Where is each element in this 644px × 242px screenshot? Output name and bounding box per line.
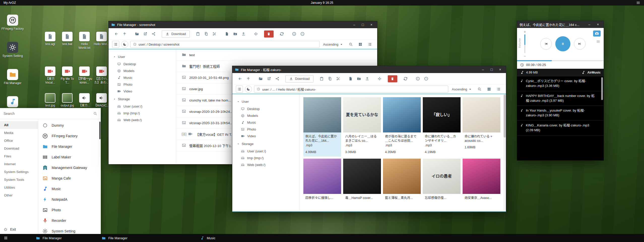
minimize-button[interactable]: – [351, 23, 358, 27]
category-utilities[interactable]: Utilities [0, 184, 38, 191]
close-button[interactable]: × [497, 67, 503, 72]
path-field[interactable]: user: / ... / Hello World / 柘榴-zakuro- [254, 86, 448, 93]
category-system-settings[interactable]: System Settings [0, 168, 38, 176]
trash-button[interactable] [264, 30, 274, 38]
category-all[interactable]: All [0, 121, 38, 129]
trash-button[interactable] [388, 75, 397, 82]
rename-icon[interactable] [252, 30, 260, 38]
info-icon[interactable] [414, 75, 422, 83]
volume-slider[interactable]: + − Volume [520, 29, 530, 58]
dark-mode-button[interactable] [121, 41, 128, 48]
playlist-menu-button[interactable] [596, 40, 600, 45]
desktop-icon-ffmpeg-factory[interactable]: FFmpeg Factory [1, 15, 24, 31]
desktop-file-test-agi[interactable]: test.agi [42, 32, 58, 46]
category-other[interactable]: Other [0, 191, 38, 199]
search-input[interactable] [4, 112, 91, 116]
app-notepada[interactable]: NotepadA [38, 194, 101, 205]
app-system-setting[interactable]: System Setting [38, 226, 101, 234]
grid-view-button[interactable] [357, 41, 364, 48]
sort-dropdown[interactable]: Ascending [321, 42, 345, 46]
playlist-item[interactable]: KING＿Kanaria cover. by 柘榴-zakuro-.mp3 (2… [517, 121, 604, 135]
refresh-icon[interactable] [278, 30, 286, 38]
desktop-file-test-bat[interactable]: test.bat [59, 32, 76, 46]
sidebar-item-video[interactable]: Video [113, 88, 176, 95]
paste-icon[interactable] [317, 75, 326, 83]
help-icon[interactable]: ? [298, 30, 307, 38]
titlebar[interactable]: File Manager - 柘榴-zakuro- – □ × [232, 66, 506, 73]
volume-minus-button[interactable]: − [524, 54, 526, 58]
category-files[interactable]: Files [0, 152, 38, 160]
desktop-file-item[interactable]: 【東方... [76, 93, 93, 108]
sort-dropdown[interactable]: Ascending [450, 87, 474, 91]
sidebar-item-video[interactable]: Video [237, 133, 300, 140]
cast-button[interactable] [593, 30, 601, 37]
playlist-item[interactable]: Cynic＿ポリスピカデリー cover. by 柘榴-zakuro-.mp3 … [517, 76, 604, 91]
taskbar-task-music-3[interactable]: Music [198, 234, 217, 242]
desktop-icon-file-manager[interactable]: File Manager [1, 69, 24, 85]
desktop-file-hello-world-txt[interactable]: Hello World.txt [76, 32, 93, 50]
file-tile[interactable]: 毒＿HamoP cover... [343, 159, 381, 203]
desktop-file-output-jpg[interactable]: output.jpg [59, 93, 76, 108]
folder-open-icon[interactable] [256, 75, 265, 83]
file-tile[interactable]: 君が夜の海に還るまで＿こんにちは谷田....mp34.35MB [383, 97, 421, 157]
search-button[interactable] [476, 86, 483, 93]
back-icon[interactable] [236, 75, 244, 83]
sidebar-item-desktop[interactable]: Desktop [113, 61, 176, 67]
playlist-item[interactable]: HAPPY BIRTHDAY＿back number cover. by 柘榴-… [517, 91, 604, 106]
grid-view-button[interactable] [485, 86, 493, 93]
titlebar[interactable]: 例えば、今此処に置かれた花に＿164 c... – × [517, 21, 604, 28]
sidebar-section-storage[interactable]: Storage [237, 142, 300, 146]
paste-icon[interactable] [194, 30, 202, 38]
brand-label[interactable]: My ArOZ [4, 1, 69, 5]
minimize-button[interactable]: – [480, 67, 486, 72]
maximize-button[interactable]: □ [488, 67, 495, 72]
external-icon[interactable] [141, 30, 149, 38]
external-icon[interactable] [265, 75, 273, 83]
file-tile[interactable]: 例えば、今此処に置かれた花に＿164....mp34.99MB [303, 97, 341, 157]
list-view-button[interactable] [366, 41, 374, 48]
new-file-icon[interactable] [223, 30, 231, 38]
taskbar-task-file-manager-2[interactable]: File Manager [100, 234, 130, 242]
up-icon[interactable] [244, 75, 252, 83]
path-field[interactable]: user: / Desktop / screenshot [130, 41, 319, 48]
copy-icon[interactable] [202, 30, 210, 38]
app-recorder[interactable]: Recorder [38, 215, 101, 226]
app-management-gateway[interactable]: Management Gateway [38, 162, 101, 173]
next-track-button[interactable] [574, 38, 586, 50]
app-dummy[interactable]: Dummy [38, 120, 101, 131]
file-row[interactable]: test [176, 49, 377, 61]
sidebar-item-desktop[interactable]: Desktop [237, 106, 300, 112]
help-icon[interactable]: ? [422, 75, 430, 83]
scrollbar-track[interactable] [503, 94, 506, 211]
scrollbar-thumb[interactable] [504, 95, 506, 137]
copy-icon[interactable] [326, 75, 334, 83]
refresh-icon[interactable] [401, 75, 410, 83]
app-ffmpeg-factory[interactable]: FFmpeg Factory [38, 131, 101, 141]
app-manga-cafe[interactable]: Manga Cafe [38, 173, 101, 184]
startmenu-scrollbar[interactable] [99, 122, 101, 139]
desktop-file-vocal[interactable]: 【東方Vocal... [42, 66, 58, 85]
sidebar-section-user[interactable]: User [113, 55, 176, 59]
volume-track[interactable] [524, 34, 525, 53]
file-tile[interactable]: イロの愚者忘却感傷仿偟... [423, 159, 461, 203]
up-icon[interactable] [120, 30, 129, 38]
sidebar-section-storage[interactable]: Storage [113, 97, 176, 101]
app-label-maker[interactable]: Label Maker [38, 152, 101, 162]
pause-button[interactable] [555, 36, 570, 51]
category-internet[interactable]: Internet [0, 160, 38, 168]
minimize-button[interactable]: – [586, 22, 593, 26]
rename-icon[interactable] [375, 75, 384, 83]
desktop-file-item[interactable]: 【恋クハ..た】あわ... [93, 66, 110, 85]
share-icon[interactable] [273, 75, 281, 83]
maximize-button[interactable]: □ [360, 23, 366, 27]
search-button[interactable] [347, 41, 355, 48]
download-button[interactable]: Download [162, 30, 190, 38]
sidebar-item-photo[interactable]: Photo [237, 126, 300, 133]
close-button[interactable]: × [368, 23, 375, 27]
info-icon[interactable] [290, 30, 298, 38]
progress-bar[interactable] [517, 60, 604, 61]
file-tile[interactable]: 炮安東京＿Avaso... [463, 159, 500, 203]
sidebar-item-tmp-tmp[interactable]: tmp (tmp:/) [237, 155, 300, 161]
view-toggle-button[interactable] [236, 86, 243, 93]
app-photo[interactable]: Photo [38, 205, 101, 215]
